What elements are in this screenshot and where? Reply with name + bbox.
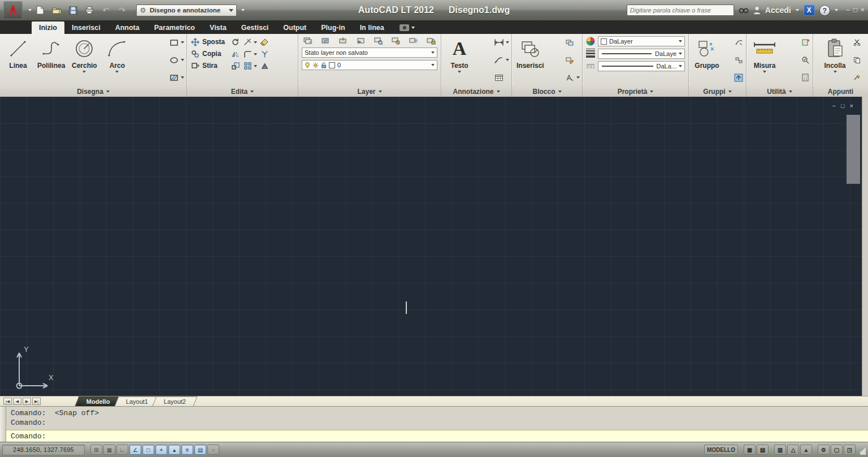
annotation-visibility-button[interactable]: ▲: [800, 445, 812, 455]
coordinates-readout[interactable]: 248.1650, 1327.7695: [2, 445, 85, 455]
edit-attributes-tool-icon[interactable]: [565, 55, 575, 64]
layer-isolate-icon[interactable]: [374, 36, 384, 45]
next-layout-button[interactable]: ▶: [23, 398, 31, 405]
offset-tool-icon[interactable]: [259, 62, 270, 71]
workspace-switch-button[interactable]: ⚙: [818, 445, 830, 455]
tab-plugin[interactable]: Plug-in: [314, 21, 352, 34]
stira-button[interactable]: Stira: [189, 61, 227, 71]
array-dropdown-icon[interactable]: [254, 65, 257, 67]
close-button[interactable]: ×: [861, 7, 865, 14]
unlock-icon[interactable]: [321, 62, 327, 68]
model-space-button[interactable]: MODELLO: [704, 445, 738, 455]
canvas-scrollbar-thumb[interactable]: [847, 115, 860, 184]
scale-tool-icon[interactable]: [230, 62, 240, 71]
search-binoculars-icon[interactable]: [739, 6, 749, 14]
panel-title-proprieta[interactable]: Proprietà: [583, 86, 688, 97]
open-file-button[interactable]: [50, 4, 63, 16]
tab-inlinea[interactable]: In linea: [353, 21, 392, 34]
copia-button[interactable]: Copia: [189, 49, 227, 59]
restore-button[interactable]: □: [853, 7, 857, 14]
redo-button[interactable]: ↷: [116, 4, 128, 16]
viewport-restore-button[interactable]: □: [841, 102, 845, 109]
rectangle-tool-icon[interactable]: [169, 38, 179, 47]
quick-select-tool-icon[interactable]: [800, 55, 810, 64]
bulb-on-icon[interactable]: [305, 62, 310, 69]
tab-output[interactable]: Output: [276, 21, 314, 34]
clean-screen-button[interactable]: ◳: [844, 445, 856, 455]
signin-link[interactable]: Accedi: [765, 6, 791, 15]
panel-title-utilita[interactable]: Utilità: [747, 86, 813, 97]
create-block-tool-icon[interactable]: [565, 38, 575, 47]
minimize-button[interactable]: −: [846, 7, 850, 14]
ortho-toggle[interactable]: ∟: [116, 445, 128, 455]
annotation-scale-button[interactable]: △: [787, 445, 799, 455]
prev-layout-button[interactable]: ◀: [13, 398, 21, 405]
sposta-button[interactable]: Sposta: [189, 37, 227, 47]
layer-state-dropdown[interactable]: Stato layer non salvato: [302, 48, 437, 58]
linea-button[interactable]: Linea: [2, 36, 34, 86]
tab-inizio[interactable]: Inizio: [32, 21, 64, 34]
help-search-input[interactable]: [630, 7, 731, 14]
panel-title-gruppi[interactable]: Gruppi: [689, 86, 746, 97]
match-properties-tool-icon[interactable]: [852, 73, 862, 82]
grid-toggle[interactable]: ▦: [103, 445, 115, 455]
layer-lock-icon[interactable]: [426, 36, 436, 45]
quick-view-layouts-button[interactable]: ▣: [744, 445, 756, 455]
mirror-tool-icon[interactable]: [230, 50, 240, 59]
snap-toggle[interactable]: ⊞: [90, 445, 102, 455]
cerchio-button[interactable]: Cerchio: [68, 36, 100, 86]
leader-dropdown-icon[interactable]: [506, 59, 509, 61]
panel-title-appunti[interactable]: Appunti: [813, 86, 868, 97]
tab-parametrico[interactable]: Parametrico: [147, 21, 202, 34]
cut-tool-icon[interactable]: [852, 38, 862, 47]
freeze-sun-icon[interactable]: [313, 62, 319, 68]
layer-dropdown[interactable]: 0: [302, 60, 437, 70]
polar-toggle[interactable]: ∠: [129, 445, 141, 455]
layer-freeze-icon[interactable]: [409, 36, 419, 45]
testo-dropdown-icon[interactable]: [458, 71, 461, 73]
misura-dropdown-icon[interactable]: [763, 71, 766, 73]
hatch-tool-icon[interactable]: [169, 73, 179, 82]
testo-button[interactable]: A Testo: [444, 36, 475, 86]
otrack-toggle[interactable]: +: [155, 445, 167, 455]
dyn-input-toggle[interactable]: ▴: [168, 445, 180, 455]
panel-title-disegna[interactable]: Disegna: [0, 86, 186, 97]
undo-button[interactable]: ↶: [99, 4, 112, 16]
rotate-tool-icon[interactable]: [230, 38, 240, 47]
tab-layout2[interactable]: Layout2: [152, 396, 197, 406]
help-dropdown-icon[interactable]: [835, 9, 838, 11]
dimension-dropdown-icon[interactable]: [506, 41, 509, 44]
quick-properties-toggle[interactable]: ▤: [194, 445, 206, 455]
misura-button[interactable]: Misura: [749, 36, 780, 86]
trim-tool-icon[interactable]: [242, 38, 253, 47]
trim-dropdown-icon[interactable]: [254, 41, 257, 44]
new-file-button[interactable]: [34, 4, 46, 16]
calculator-tool-icon[interactable]: [800, 73, 810, 82]
ungroup-tool-icon[interactable]: [734, 38, 744, 47]
help-search-box[interactable]: [627, 5, 734, 16]
layer-unisolate-icon[interactable]: [391, 36, 401, 45]
table-tool-icon[interactable]: [494, 73, 504, 82]
paste-id-tool-icon[interactable]: [800, 38, 810, 47]
viewport-close-button[interactable]: ×: [850, 102, 853, 109]
ellipse-tool-icon[interactable]: [169, 55, 179, 64]
panel-title-annotazione[interactable]: Annotazione: [441, 86, 511, 97]
cerchio-dropdown-icon[interactable]: [83, 71, 86, 73]
workspace-selector[interactable]: Disegno e annotazione: [136, 5, 237, 16]
tab-vista[interactable]: Vista: [202, 21, 234, 34]
layer-current-icon[interactable]: [338, 36, 348, 45]
layer-previous-icon[interactable]: [355, 36, 366, 45]
object-color-dropdown[interactable]: DaLayer: [598, 36, 685, 46]
save-button[interactable]: [67, 4, 79, 16]
app-menu-button[interactable]: [3, 1, 23, 19]
attributes-dropdown-icon[interactable]: [576, 76, 580, 79]
array-tool-icon[interactable]: [242, 62, 253, 71]
explode-tool-icon[interactable]: [259, 50, 270, 59]
arco-button[interactable]: Arco: [101, 36, 133, 86]
toolbar-lock-button[interactable]: ▢: [831, 445, 843, 455]
signin-dropdown-icon[interactable]: [796, 9, 799, 11]
tab-gestisci[interactable]: Gestisci: [234, 21, 276, 34]
tab-inserisci[interactable]: Inserisci: [64, 21, 108, 34]
canvas-scrollbar-track[interactable]: [862, 97, 868, 396]
inserisci-blocco-button[interactable]: Inserisci: [514, 36, 546, 86]
